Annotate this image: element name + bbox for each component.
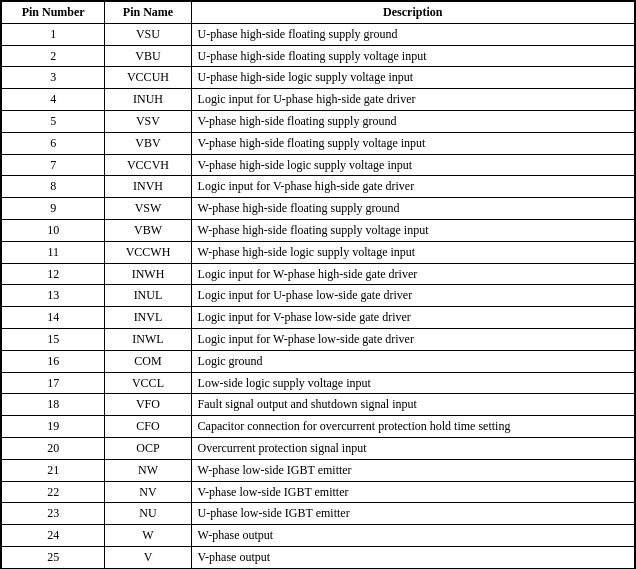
cell-pin-name: INWL (105, 328, 191, 350)
cell-pin-name: VBU (105, 45, 191, 67)
table-row: 16COMLogic ground (2, 350, 635, 372)
table-row: 9VSWW-phase high-side floating supply gr… (2, 198, 635, 220)
table-row: 20OCPOvercurrent protection signal input (2, 437, 635, 459)
cell-pin-number: 4 (2, 89, 105, 111)
cell-pin-name: NW (105, 459, 191, 481)
cell-pin-number: 15 (2, 328, 105, 350)
table-row: 15INWLLogic input for W-phase low-side g… (2, 328, 635, 350)
table-row: 8INVHLogic input for V-phase high-side g… (2, 176, 635, 198)
table-row: 1VSUU-phase high-side floating supply gr… (2, 23, 635, 45)
table-row: 21NWW-phase low-side IGBT emitter (2, 459, 635, 481)
cell-pin-name: V (105, 546, 191, 568)
cell-description: W-phase low-side IGBT emitter (191, 459, 634, 481)
cell-pin-name: VCCWH (105, 241, 191, 263)
cell-description: Logic input for U-phase low-side gate dr… (191, 285, 634, 307)
cell-pin-name: VSV (105, 110, 191, 132)
table-row: 25VV-phase output (2, 546, 635, 568)
cell-pin-number: 22 (2, 481, 105, 503)
cell-description: U-phase high-side logic supply voltage i… (191, 67, 634, 89)
table-row: 14INVLLogic input for V-phase low-side g… (2, 307, 635, 329)
cell-description: U-phase low-side IGBT emitter (191, 503, 634, 525)
cell-pin-number: 16 (2, 350, 105, 372)
table-row: 12INWHLogic input for W-phase high-side … (2, 263, 635, 285)
table-row: 18VFOFault signal output and shutdown si… (2, 394, 635, 416)
table-row: 7VCCVHV-phase high-side logic supply vol… (2, 154, 635, 176)
cell-pin-number: 11 (2, 241, 105, 263)
table-row: 11VCCWHW-phase high-side logic supply vo… (2, 241, 635, 263)
cell-description: W-phase high-side logic supply voltage i… (191, 241, 634, 263)
cell-pin-name: VCCVH (105, 154, 191, 176)
cell-pin-name: INVL (105, 307, 191, 329)
cell-pin-number: 12 (2, 263, 105, 285)
table-row: 19CFOCapacitor connection for overcurren… (2, 416, 635, 438)
cell-pin-number: 3 (2, 67, 105, 89)
cell-pin-name: VCCUH (105, 67, 191, 89)
cell-description: V-phase output (191, 546, 634, 568)
cell-pin-name: INVH (105, 176, 191, 198)
cell-description: Logic input for U-phase high-side gate d… (191, 89, 634, 111)
pin-table: Pin Number Pin Name Description 1VSUU-ph… (1, 1, 635, 569)
cell-pin-number: 17 (2, 372, 105, 394)
cell-description: Logic input for V-phase low-side gate dr… (191, 307, 634, 329)
cell-pin-name: NU (105, 503, 191, 525)
cell-pin-number: 13 (2, 285, 105, 307)
cell-description: Logic input for W-phase high-side gate d… (191, 263, 634, 285)
table-row: 6VBVV-phase high-side floating supply vo… (2, 132, 635, 154)
cell-description: Logic input for W-phase low-side gate dr… (191, 328, 634, 350)
table-row: 22NVV-phase low-side IGBT emitter (2, 481, 635, 503)
cell-description: Overcurrent protection signal input (191, 437, 634, 459)
cell-pin-name: NV (105, 481, 191, 503)
header-description: Description (191, 2, 634, 24)
cell-pin-name: VBW (105, 219, 191, 241)
table-header-row: Pin Number Pin Name Description (2, 2, 635, 24)
cell-pin-name: OCP (105, 437, 191, 459)
table-row: 23NUU-phase low-side IGBT emitter (2, 503, 635, 525)
cell-pin-name: VCCL (105, 372, 191, 394)
cell-pin-number: 9 (2, 198, 105, 220)
cell-description: V-phase high-side floating supply voltag… (191, 132, 634, 154)
cell-description: V-phase low-side IGBT emitter (191, 481, 634, 503)
cell-pin-number: 6 (2, 132, 105, 154)
cell-pin-name: VBV (105, 132, 191, 154)
cell-pin-name: INUH (105, 89, 191, 111)
cell-pin-name: INUL (105, 285, 191, 307)
cell-pin-number: 23 (2, 503, 105, 525)
cell-pin-name: CFO (105, 416, 191, 438)
cell-pin-number: 18 (2, 394, 105, 416)
cell-description: W-phase high-side floating supply voltag… (191, 219, 634, 241)
cell-pin-name: W (105, 525, 191, 547)
cell-description: V-phase high-side logic supply voltage i… (191, 154, 634, 176)
cell-pin-number: 8 (2, 176, 105, 198)
cell-pin-number: 14 (2, 307, 105, 329)
table-row: 4INUHLogic input for U-phase high-side g… (2, 89, 635, 111)
cell-description: Logic ground (191, 350, 634, 372)
table-row: 13INULLogic input for U-phase low-side g… (2, 285, 635, 307)
cell-pin-name: INWH (105, 263, 191, 285)
cell-pin-number: 1 (2, 23, 105, 45)
cell-pin-number: 10 (2, 219, 105, 241)
pin-table-container: Pin Number Pin Name Description 1VSUU-ph… (0, 0, 636, 569)
cell-pin-name: VSW (105, 198, 191, 220)
cell-pin-number: 25 (2, 546, 105, 568)
cell-pin-number: 20 (2, 437, 105, 459)
cell-description: W-phase output (191, 525, 634, 547)
cell-description: V-phase high-side floating supply ground (191, 110, 634, 132)
cell-description: Capacitor connection for overcurrent pro… (191, 416, 634, 438)
cell-description: U-phase high-side floating supply ground (191, 23, 634, 45)
table-row: 2VBUU-phase high-side floating supply vo… (2, 45, 635, 67)
table-row: 3VCCUHU-phase high-side logic supply vol… (2, 67, 635, 89)
header-pin-name: Pin Name (105, 2, 191, 24)
cell-description: Low-side logic supply voltage input (191, 372, 634, 394)
cell-pin-name: VSU (105, 23, 191, 45)
cell-description: W-phase high-side floating supply ground (191, 198, 634, 220)
header-pin-number: Pin Number (2, 2, 105, 24)
cell-pin-number: 21 (2, 459, 105, 481)
cell-pin-name: VFO (105, 394, 191, 416)
cell-description: U-phase high-side floating supply voltag… (191, 45, 634, 67)
table-row: 5VSVV-phase high-side floating supply gr… (2, 110, 635, 132)
cell-description: Fault signal output and shutdown signal … (191, 394, 634, 416)
table-row: 24WW-phase output (2, 525, 635, 547)
table-row: 17VCCLLow-side logic supply voltage inpu… (2, 372, 635, 394)
cell-pin-number: 2 (2, 45, 105, 67)
cell-pin-number: 7 (2, 154, 105, 176)
